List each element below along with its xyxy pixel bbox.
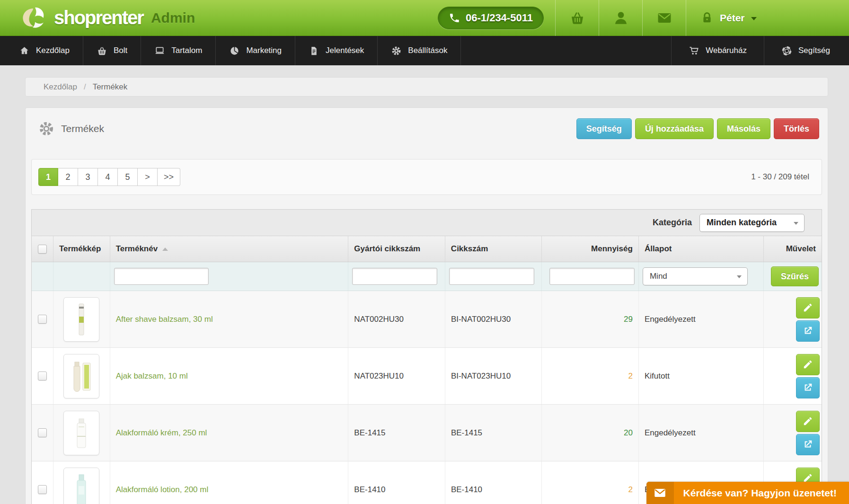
header-toolbar: Péter bbox=[555, 0, 770, 36]
column-header-termeknev[interactable]: Terméknév bbox=[110, 236, 348, 262]
app-header: shoprenter Admin 06-1/234-5011 bbox=[0, 0, 849, 36]
category-select[interactable]: Minden kategória bbox=[699, 214, 805, 232]
product-name-link[interactable]: Ajak balzsam, 10 ml bbox=[116, 371, 188, 381]
quantity-cell: 20 bbox=[541, 405, 638, 461]
column-header-allapot[interactable]: Állapot bbox=[638, 236, 763, 262]
column-header-mennyiseg[interactable]: Mennyiség bbox=[541, 236, 638, 262]
product-image bbox=[71, 415, 92, 451]
row-checkbox[interactable] bbox=[38, 315, 47, 324]
nav-label: Webáruház bbox=[706, 46, 747, 55]
open-in-store-button[interactable] bbox=[796, 434, 820, 455]
product-image bbox=[72, 301, 91, 337]
page-button-1[interactable]: 1 bbox=[38, 168, 58, 186]
product-name-link[interactable]: Alakformáló krém, 250 ml bbox=[116, 428, 207, 438]
row-actions bbox=[796, 354, 820, 398]
row-checkbox[interactable] bbox=[38, 371, 47, 380]
sku-cell: BE-1415 bbox=[445, 405, 542, 461]
external-link-icon bbox=[803, 382, 813, 393]
product-thumbnail[interactable] bbox=[63, 297, 99, 342]
add-new-button[interactable]: Új hozzáadása bbox=[635, 118, 714, 139]
profile-button[interactable] bbox=[599, 0, 642, 36]
pie-chart-icon bbox=[229, 45, 240, 56]
product-name-link[interactable]: After shave balzsam, 30 ml bbox=[116, 315, 213, 324]
page-button-5[interactable]: 5 bbox=[118, 168, 138, 186]
page-button-next[interactable]: > bbox=[138, 168, 158, 186]
sort-asc-icon bbox=[162, 248, 168, 251]
person-icon bbox=[613, 10, 629, 26]
nav-label: Kezdőlap bbox=[36, 46, 70, 55]
select-all-checkbox[interactable] bbox=[38, 245, 47, 254]
column-header-gyartoi-cikkszam[interactable]: Gyártói cikkszám bbox=[348, 236, 445, 262]
open-in-store-button[interactable] bbox=[796, 320, 820, 342]
product-thumbnail[interactable] bbox=[63, 468, 99, 504]
edit-button[interactable] bbox=[796, 297, 820, 318]
dropdown-arrow-icon bbox=[794, 222, 798, 225]
products-table: Kategória Minden kategória Termékkép Ter… bbox=[31, 209, 822, 504]
nav-label: Tartalom bbox=[171, 46, 202, 55]
chat-banner[interactable]: Kérdése van? Hagyjon üzenetet! bbox=[646, 482, 849, 504]
sku-filter-input[interactable] bbox=[449, 268, 534, 285]
page-button-2[interactable]: 2 bbox=[58, 168, 78, 186]
page-title: Termékek bbox=[61, 123, 104, 134]
brand-name: shoprenter bbox=[54, 7, 143, 28]
external-link-icon bbox=[803, 439, 813, 450]
row-checkbox[interactable] bbox=[38, 428, 47, 437]
status-filter-select[interactable]: Mind bbox=[643, 267, 748, 285]
breadcrumb-home-link[interactable]: Kezdőlap bbox=[44, 82, 77, 92]
row-checkbox[interactable] bbox=[38, 485, 47, 494]
product-thumbnail[interactable] bbox=[63, 411, 99, 455]
cart-icon bbox=[689, 45, 699, 56]
product-thumbnail[interactable] bbox=[63, 354, 99, 398]
support-phone-button[interactable]: 06-1/234-5011 bbox=[438, 7, 544, 29]
nav-item-jelentesek[interactable]: Jelentések bbox=[295, 36, 378, 65]
help-button[interactable]: Segítség bbox=[576, 118, 632, 139]
orders-basket-button[interactable] bbox=[555, 0, 599, 36]
pagination-pages: 1 2 3 4 5 > >> bbox=[38, 168, 180, 186]
nav-item-marketing[interactable]: Marketing bbox=[216, 36, 295, 65]
column-header-cikkszam[interactable]: Cikkszám bbox=[445, 236, 542, 262]
status-cell: Kifutott bbox=[638, 348, 763, 404]
user-menu[interactable]: Péter bbox=[686, 0, 770, 36]
nav-item-tartalom[interactable]: Tartalom bbox=[141, 36, 216, 65]
edit-button[interactable] bbox=[796, 354, 820, 375]
page-title-row: Termékek Segítség Új hozzáadása Másolás … bbox=[31, 115, 822, 143]
quantity-filter-input[interactable] bbox=[549, 268, 635, 285]
delete-button[interactable]: Törlés bbox=[774, 118, 819, 139]
copy-button[interactable]: Másolás bbox=[717, 118, 770, 139]
page-button-last[interactable]: >> bbox=[158, 168, 180, 186]
manufacturer-sku-cell: BE-1410 bbox=[348, 461, 445, 504]
chevron-down-icon bbox=[751, 17, 757, 20]
column-header-muvelet: Művelet bbox=[763, 236, 822, 262]
open-in-store-button[interactable] bbox=[796, 377, 820, 398]
external-link-icon bbox=[803, 326, 813, 336]
table-row: After shave balzsam, 30 ml NAT002HU30 BI… bbox=[32, 291, 822, 348]
nav-label: Marketing bbox=[246, 46, 282, 55]
nav-item-kezdolap[interactable]: Kezdőlap bbox=[0, 36, 83, 65]
manufacturer-sku-filter-input[interactable] bbox=[352, 268, 437, 285]
breadcrumb-current: Termékek bbox=[93, 82, 128, 92]
page-button-3[interactable]: 3 bbox=[78, 168, 98, 186]
breadcrumb-separator: / bbox=[84, 82, 86, 92]
manufacturer-sku-cell: NAT023HU10 bbox=[348, 348, 445, 404]
edit-button[interactable] bbox=[796, 411, 820, 432]
nav-item-segitseg[interactable]: Segítség bbox=[764, 36, 849, 65]
nav-item-beallitasok[interactable]: Beállítások bbox=[378, 36, 461, 65]
manufacturer-sku-cell: NAT002HU30 bbox=[348, 291, 445, 347]
messages-button[interactable] bbox=[642, 0, 686, 36]
shoprenter-logo[interactable]: shoprenter Admin bbox=[21, 6, 195, 30]
row-actions bbox=[796, 411, 820, 455]
nav-item-bolt[interactable]: Bolt bbox=[83, 36, 141, 65]
category-label: Kategória bbox=[653, 218, 692, 228]
nav-label: Segítség bbox=[798, 46, 830, 55]
product-name-link[interactable]: Alakformáló lotion, 200 ml bbox=[116, 485, 209, 495]
quantity-cell: 2 bbox=[541, 461, 638, 504]
name-filter-input[interactable] bbox=[114, 268, 209, 285]
lock-icon bbox=[700, 11, 714, 25]
pagination-bar: 1 2 3 4 5 > >> 1 - 30 / 209 tétel bbox=[31, 159, 822, 195]
page-button-4[interactable]: 4 bbox=[98, 168, 118, 186]
category-select-value: Minden kategória bbox=[707, 218, 777, 228]
nav-item-webaruhaz[interactable]: Webáruház bbox=[671, 36, 764, 65]
filter-submit-button[interactable]: Szűrés bbox=[771, 266, 819, 286]
table-row: Ajak balzsam, 10 ml NAT023HU10 BI-NAT023… bbox=[32, 348, 822, 405]
sku-cell: BI-NAT023HU10 bbox=[445, 348, 542, 404]
